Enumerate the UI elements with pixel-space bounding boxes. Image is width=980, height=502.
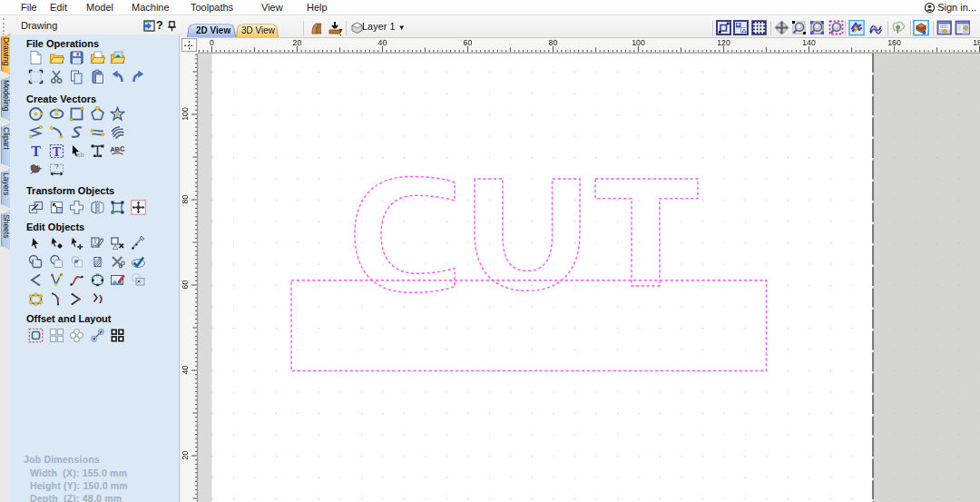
svg-text:60: 60 [181, 281, 190, 290]
svg-text:40: 40 [181, 366, 190, 375]
svg-text:100: 100 [181, 107, 190, 121]
svg-text:20: 20 [181, 451, 190, 460]
svg-text:80: 80 [181, 195, 190, 204]
